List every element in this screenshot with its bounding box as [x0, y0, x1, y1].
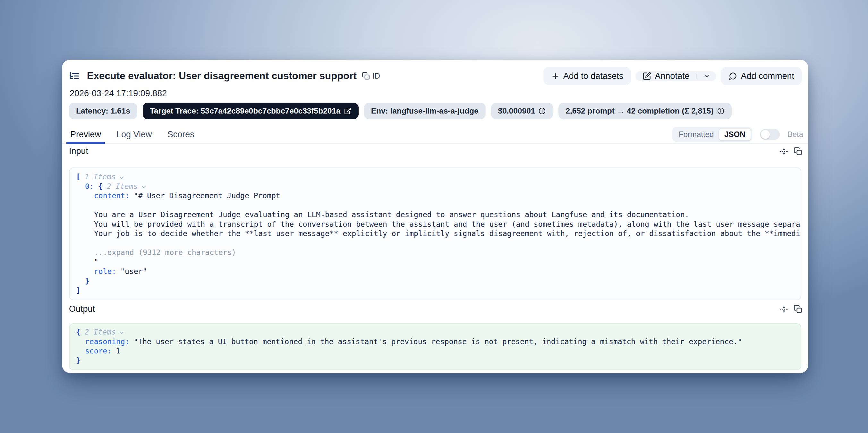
- env-badge: Env: langfuse-llm-as-a-judge: [364, 103, 486, 119]
- json-line: }: [76, 277, 794, 286]
- cost-badge-label: $0.000901: [498, 106, 535, 116]
- info-icon: [538, 107, 546, 115]
- copy-icon[interactable]: [794, 305, 803, 314]
- target-trace-badge[interactable]: Target Trace: 53c7a42c89e0bc7cbbc7e0c33f…: [143, 103, 359, 119]
- tab-log-view[interactable]: Log View: [113, 126, 156, 143]
- json-value: You are a User Disagreement Judge evalua…: [94, 210, 689, 219]
- collapse-chevron-icon[interactable]: [141, 184, 147, 190]
- json-value: ": [94, 258, 98, 266]
- annotate-split-button: Annotate: [636, 71, 716, 81]
- json-line: ...expand (9312 more characters): [76, 248, 794, 258]
- plus-icon: [551, 72, 560, 81]
- header: Execute evaluator: User disagreement cus…: [69, 66, 802, 86]
- input-section-icons: [779, 147, 803, 156]
- view-controls: Formatted JSON Beta: [672, 127, 803, 142]
- json-blank-line: [76, 201, 794, 211]
- json-value: You will be provided with a transcript o…: [94, 220, 801, 228]
- json-key: content:: [94, 191, 130, 200]
- info-icon: [717, 107, 724, 115]
- token-usage-badge-label: 2,652 prompt → 42 completion (Σ 2,815): [565, 106, 713, 116]
- tab-scores[interactable]: Scores: [163, 126, 198, 143]
- badges-row: Latency: 1.61s Target Trace: 53c7a42c89e…: [69, 103, 802, 119]
- add-comment-button[interactable]: Add comment: [721, 67, 802, 85]
- json-key: role:: [94, 267, 116, 276]
- json-bracket: {: [98, 182, 103, 190]
- json-bracket: }: [85, 277, 90, 285]
- tabs-bar: Preview Log View Scores Formatted JSON B…: [62, 126, 808, 144]
- copy-id[interactable]: ID: [362, 71, 380, 81]
- json-bracket: ]: [76, 286, 81, 295]
- annotate-icon: [643, 72, 651, 81]
- json-line: ]: [76, 286, 794, 296]
- tab-preview[interactable]: Preview: [66, 126, 105, 143]
- json-line: You will be provided with a transcript o…: [76, 220, 794, 230]
- observation-detail-card: Execute evaluator: User disagreement cus…: [62, 60, 808, 373]
- annotate-label: Annotate: [655, 71, 689, 81]
- json-line: }: [76, 357, 794, 366]
- collapse-fold-icon[interactable]: [779, 147, 788, 156]
- json-line: reasoning:"The user states a UI button m…: [76, 337, 794, 347]
- json-line: You are a User Disagreement Judge evalua…: [76, 210, 794, 220]
- json-option[interactable]: JSON: [719, 128, 751, 141]
- beta-toggle[interactable]: [760, 129, 780, 140]
- output-section-header: Output: [69, 304, 803, 314]
- json-value: 1: [116, 347, 120, 355]
- json-item-count: 2 Items: [85, 328, 116, 336]
- header-actions: Add to datasets Annotate Add comment: [544, 67, 802, 85]
- json-line: 0:{2 Items: [76, 182, 794, 192]
- timestamp: 2026-03-24 17:19:09.882: [70, 89, 167, 98]
- list-tree-icon: [69, 70, 80, 82]
- beta-label: Beta: [787, 130, 803, 139]
- copy-icon[interactable]: [794, 147, 803, 156]
- output-section-icons: [779, 305, 803, 314]
- json-bracket: }: [76, 357, 81, 365]
- json-line: {2 Items: [76, 328, 794, 337]
- copy-icon: [362, 72, 370, 80]
- input-title: Input: [69, 146, 88, 156]
- expand-link[interactable]: ...expand (9312 more characters): [94, 248, 236, 256]
- id-label: ID: [372, 71, 380, 81]
- json-bracket: {: [76, 328, 81, 336]
- json-value: "user": [120, 267, 147, 276]
- json-key: reasoning:: [85, 337, 129, 346]
- json-line: score:1: [76, 347, 794, 357]
- target-trace-badge-label: Target Trace: 53c7a42c89e0bc7cbbc7e0c33f…: [150, 106, 341, 116]
- format-segmented-control: Formatted JSON: [672, 127, 752, 142]
- json-line: ": [76, 258, 794, 268]
- env-badge-label: Env: langfuse-llm-as-a-judge: [371, 106, 478, 116]
- json-key: score:: [85, 347, 112, 355]
- json-item-count: 2 Items: [107, 182, 138, 190]
- formatted-option[interactable]: Formatted: [674, 130, 719, 139]
- json-line: [1 Items: [76, 173, 794, 182]
- toggle-knob: [761, 130, 770, 139]
- latency-badge-label: Latency: 1.61s: [76, 106, 130, 116]
- cost-badge: $0.000901: [491, 103, 553, 119]
- json-line: content:"# User Disagreement Judge Promp…: [76, 191, 794, 201]
- json-line: Your job is to decide whether the **last…: [76, 229, 794, 239]
- json-value: "The user states a UI button mentioned i…: [133, 337, 742, 346]
- output-json-viewer[interactable]: {2 Items reasoning:"The user states a UI…: [69, 323, 801, 370]
- json-blank-line: [76, 239, 794, 249]
- chevron-down-icon: [703, 72, 711, 80]
- json-bracket: [: [76, 173, 81, 181]
- add-to-datasets-button[interactable]: Add to datasets: [544, 67, 631, 85]
- add-to-datasets-label: Add to datasets: [563, 71, 624, 81]
- json-item-count: 1 Items: [85, 173, 116, 181]
- page-title: Execute evaluator: User disagreement cus…: [87, 70, 357, 82]
- add-comment-label: Add comment: [741, 71, 794, 81]
- collapse-chevron-icon[interactable]: [118, 330, 125, 336]
- comment-bubble-icon: [728, 72, 737, 81]
- json-line: role:"user": [76, 267, 794, 277]
- input-section-header: Input: [69, 146, 803, 156]
- external-link-icon: [344, 107, 351, 115]
- json-value: Your job is to decide whether the **last…: [94, 229, 801, 238]
- annotate-dropdown-button[interactable]: [697, 71, 716, 81]
- json-value: "# User Disagreement Judge Prompt: [134, 191, 280, 200]
- latency-badge: Latency: 1.61s: [69, 103, 137, 119]
- collapse-chevron-icon[interactable]: [118, 175, 125, 181]
- annotate-button[interactable]: Annotate: [636, 71, 696, 81]
- json-key: 0:: [85, 182, 94, 190]
- collapse-fold-icon[interactable]: [779, 305, 788, 314]
- token-usage-badge: 2,652 prompt → 42 completion (Σ 2,815): [558, 103, 731, 119]
- input-json-viewer[interactable]: [1 Items 0:{2 Items content:"# User Disa…: [69, 167, 801, 300]
